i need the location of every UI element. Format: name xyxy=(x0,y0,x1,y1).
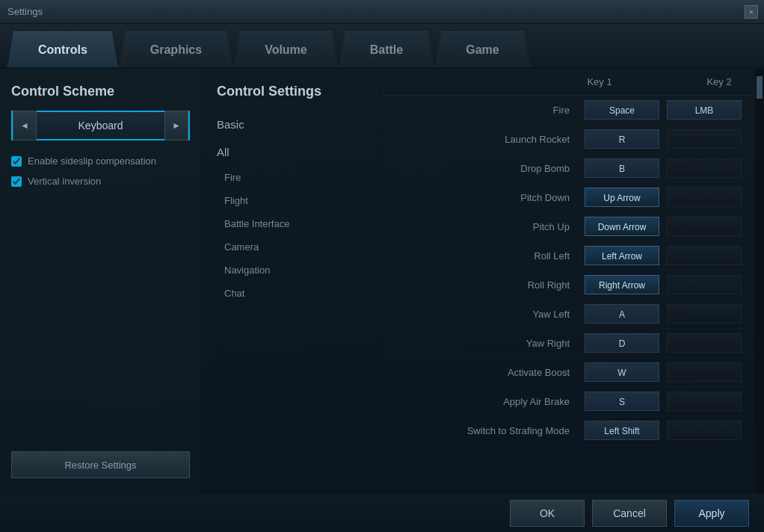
binding-action: Activate Boost xyxy=(396,367,585,378)
left-panel: Control Scheme ◄ Keyboard ► Enable sides… xyxy=(0,69,202,493)
key2-button[interactable] xyxy=(667,217,742,236)
sideslip-checkbox-row: Enable sideslip compensation xyxy=(11,155,190,167)
category-all[interactable]: All xyxy=(202,138,381,166)
binding-row: Switch to Strafing ModeLeft Shift xyxy=(381,416,764,445)
binding-row: Yaw RightD xyxy=(381,329,764,358)
binding-row: Roll RightRight Arrow xyxy=(381,270,764,300)
tab-controls[interactable]: Controls xyxy=(7,31,118,67)
binding-row: Yaw LeftA xyxy=(381,300,764,329)
binding-action: Launch Rocket xyxy=(396,134,585,145)
category-fire[interactable]: Fire xyxy=(202,166,381,189)
binding-row: Activate BoostW xyxy=(381,358,764,387)
scrollbar-thumb[interactable] xyxy=(757,76,763,99)
control-settings-title: Control Settings xyxy=(202,76,381,111)
key2-button[interactable]: LMB xyxy=(667,100,742,120)
cancel-button[interactable]: Cancel xyxy=(592,500,667,527)
sideslip-checkbox[interactable] xyxy=(11,156,22,167)
binding-action: Drop Bomb xyxy=(396,163,585,174)
tab-game[interactable]: Game xyxy=(435,31,529,67)
category-flight[interactable]: Flight xyxy=(202,189,381,212)
tab-battle[interactable]: Battle xyxy=(339,31,434,67)
vertical-inversion-checkbox-row: Vertical inversion xyxy=(11,176,190,187)
scheme-selector: ◄ Keyboard ► xyxy=(11,111,190,140)
key2-button[interactable] xyxy=(667,129,742,149)
binding-row: Pitch DownUp Arrow xyxy=(381,183,764,212)
vertical-inversion-checkbox[interactable] xyxy=(11,176,22,187)
key1-button[interactable]: R xyxy=(585,129,659,149)
key2-button[interactable] xyxy=(667,333,742,353)
binding-row: Apply Air BrakeS xyxy=(381,387,764,416)
key1-button[interactable]: Down Arrow xyxy=(585,217,659,236)
control-scheme-title: Control Scheme xyxy=(11,84,190,99)
key2-button[interactable] xyxy=(667,158,742,178)
key2-button[interactable] xyxy=(667,392,742,411)
binding-action: Yaw Left xyxy=(396,309,585,320)
binding-row: Roll LeftLeft Arrow xyxy=(381,241,764,270)
scheme-label: Keyboard xyxy=(37,120,164,132)
binding-action: Apply Air Brake xyxy=(396,396,585,407)
tab-volume[interactable]: Volume xyxy=(234,31,338,67)
key2-header: Key 2 xyxy=(689,76,749,87)
binding-action: Yaw Right xyxy=(396,338,585,349)
key-bindings-header: Key 1 Key 2 xyxy=(381,69,764,96)
binding-action: Switch to Strafing Mode xyxy=(396,425,585,436)
category-battle-interface[interactable]: Battle Interface xyxy=(202,212,381,235)
main-content: Control Scheme ◄ Keyboard ► Enable sides… xyxy=(0,69,764,493)
key2-button[interactable] xyxy=(667,421,742,440)
category-navigation[interactable]: Navigation xyxy=(202,259,381,282)
binding-action: Roll Left xyxy=(396,250,585,262)
category-camera[interactable]: Camera xyxy=(202,235,381,259)
right-panel: Key 1 Key 2 FireSpaceLMBLaunch RocketRDr… xyxy=(381,69,764,493)
binding-row: Drop BombB xyxy=(381,154,764,183)
close-button[interactable]: × xyxy=(745,5,758,19)
key1-button[interactable]: Left Arrow xyxy=(585,246,659,265)
key1-button[interactable]: S xyxy=(585,392,659,411)
key1-button[interactable]: Up Arrow xyxy=(585,188,659,207)
tab-graphics[interactable]: Graphics xyxy=(120,31,232,67)
key1-button[interactable]: A xyxy=(585,304,659,324)
key1-button[interactable]: B xyxy=(585,158,659,178)
key2-button[interactable] xyxy=(667,304,742,324)
category-basic[interactable]: Basic xyxy=(202,111,381,138)
key1-button[interactable]: Right Arrow xyxy=(585,275,659,294)
ok-button[interactable]: OK xyxy=(510,500,585,527)
title-bar: Settings × xyxy=(0,0,764,24)
category-chat[interactable]: Chat xyxy=(202,282,381,305)
scheme-next-button[interactable]: ► xyxy=(164,111,188,140)
bottom-bar: OK Cancel Apply xyxy=(0,493,764,532)
binding-row: FireSpaceLMB xyxy=(381,96,764,125)
sideslip-label: Enable sideslip compensation xyxy=(28,155,156,167)
binding-row: Pitch UpDown Arrow xyxy=(381,212,764,241)
binding-action: Roll Right xyxy=(396,279,585,291)
scrollbar[interactable] xyxy=(755,69,764,493)
key2-button[interactable] xyxy=(667,275,742,294)
key1-button[interactable]: Left Shift xyxy=(585,421,659,440)
apply-button[interactable]: Apply xyxy=(674,500,749,527)
binding-row: Launch RocketR xyxy=(381,125,764,154)
key2-button[interactable] xyxy=(667,246,742,265)
key1-button[interactable]: D xyxy=(585,333,659,353)
middle-panel: Control Settings Basic All Fire Flight B… xyxy=(202,69,381,493)
vertical-inversion-label: Vertical inversion xyxy=(28,176,101,187)
key1-button[interactable]: Space xyxy=(585,100,659,120)
binding-action: Fire xyxy=(396,105,585,116)
key2-button[interactable] xyxy=(667,188,742,207)
restore-settings-button[interactable]: Restore Settings xyxy=(11,451,190,478)
binding-action: Pitch Up xyxy=(396,221,585,232)
tab-bar: Controls Graphics Volume Battle Game xyxy=(0,24,764,69)
key1-button[interactable]: W xyxy=(585,362,659,382)
key1-header: Key 1 xyxy=(570,76,629,87)
window-title: Settings xyxy=(7,6,43,17)
binding-action: Pitch Down xyxy=(396,192,585,203)
bindings-container: FireSpaceLMBLaunch RocketRDrop BombBPitc… xyxy=(381,96,764,445)
scheme-prev-button[interactable]: ◄ xyxy=(13,111,37,140)
key2-button[interactable] xyxy=(667,362,742,382)
